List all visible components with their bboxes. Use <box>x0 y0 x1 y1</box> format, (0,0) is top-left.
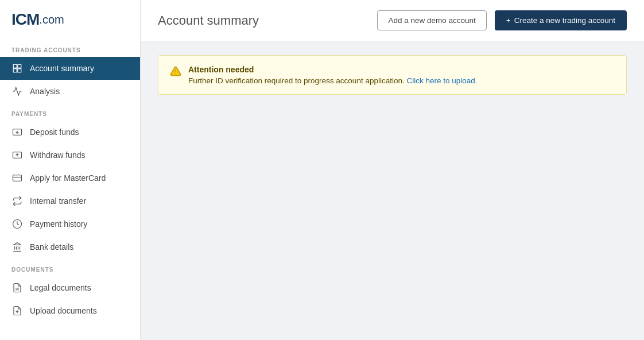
section-payments: PAYMENTS <box>0 103 140 121</box>
sidebar-item-label: Upload documents <box>30 306 97 315</box>
main-area: Account summary Add a new demo account +… <box>141 0 644 340</box>
sidebar-item-label: Payment history <box>30 219 87 229</box>
bank-icon <box>11 241 23 253</box>
svg-rect-1 <box>18 64 21 68</box>
sidebar-item-label: Analysis <box>30 87 60 96</box>
warning-triangle-icon <box>170 65 181 79</box>
sidebar-item-payment-history[interactable]: Payment history <box>0 212 140 235</box>
alert-text-before: Further ID verification required to prog… <box>188 76 405 85</box>
sidebar-item-deposit-funds[interactable]: Deposit funds <box>0 121 140 144</box>
svg-rect-6 <box>13 175 22 181</box>
sidebar-item-label: Apply for MasterCard <box>30 173 106 183</box>
sidebar-item-label: Legal documents <box>30 283 91 292</box>
alert-text: Further ID verification required to prog… <box>188 76 478 85</box>
logo-brand: ICM <box>11 10 39 29</box>
sidebar-item-label: Account summary <box>30 64 94 73</box>
sidebar-item-apply-mastercard[interactable]: Apply for MasterCard <box>0 167 140 190</box>
grid-icon <box>11 63 23 74</box>
page-title: Account summary <box>158 13 259 28</box>
withdraw-icon <box>11 149 23 161</box>
history-icon <box>11 218 23 230</box>
section-trading-accounts: TRADING ACCOUNTS <box>0 39 140 57</box>
alert-content: Attention needed Further ID verification… <box>188 65 478 85</box>
create-button-label: Create a new trading account <box>514 16 615 25</box>
sidebar-item-withdraw-funds[interactable]: Withdraw funds <box>0 144 140 167</box>
header-actions: Add a new demo account + Create a new tr… <box>377 10 627 30</box>
sidebar-item-bank-details[interactable]: Bank details <box>0 235 140 258</box>
chart-icon <box>11 86 23 97</box>
logo-suffix: .com <box>39 13 64 26</box>
card-icon <box>11 172 23 184</box>
attention-alert: Attention needed Further ID verification… <box>158 55 627 95</box>
svg-rect-2 <box>13 69 17 72</box>
svg-marker-14 <box>14 243 21 245</box>
sidebar-item-account-summary[interactable]: Account summary <box>0 57 140 80</box>
alert-upload-link[interactable]: Click here to upload. <box>406 76 477 85</box>
section-documents: DOCUMENTS <box>0 258 140 276</box>
sidebar: ICM.com TRADING ACCOUNTS Account summary… <box>0 0 141 340</box>
sidebar-item-upload-documents[interactable]: Upload documents <box>0 299 140 322</box>
sidebar-item-internal-transfer[interactable]: Internal transfer <box>0 190 140 212</box>
sidebar-item-label: Withdraw funds <box>30 150 85 160</box>
sidebar-item-label: Internal transfer <box>30 196 86 206</box>
svg-rect-3 <box>18 69 21 72</box>
svg-rect-0 <box>13 64 17 68</box>
create-trading-account-button[interactable]: + Create a new trading account <box>495 10 627 30</box>
main-content: Attention needed Further ID verification… <box>141 41 644 340</box>
transfer-icon <box>11 195 23 207</box>
add-demo-account-button[interactable]: Add a new demo account <box>377 10 486 30</box>
plus-icon: + <box>506 16 511 25</box>
sidebar-item-label: Deposit funds <box>30 128 79 137</box>
main-header: Account summary Add a new demo account +… <box>141 0 644 41</box>
document-icon <box>11 282 23 293</box>
sidebar-item-legal-documents[interactable]: Legal documents <box>0 276 140 299</box>
alert-title: Attention needed <box>188 65 478 74</box>
logo: ICM.com <box>0 0 140 39</box>
deposit-icon <box>11 126 23 138</box>
upload-doc-icon <box>11 305 23 316</box>
sidebar-item-analysis[interactable]: Analysis <box>0 80 140 103</box>
sidebar-item-label: Bank details <box>30 242 73 252</box>
